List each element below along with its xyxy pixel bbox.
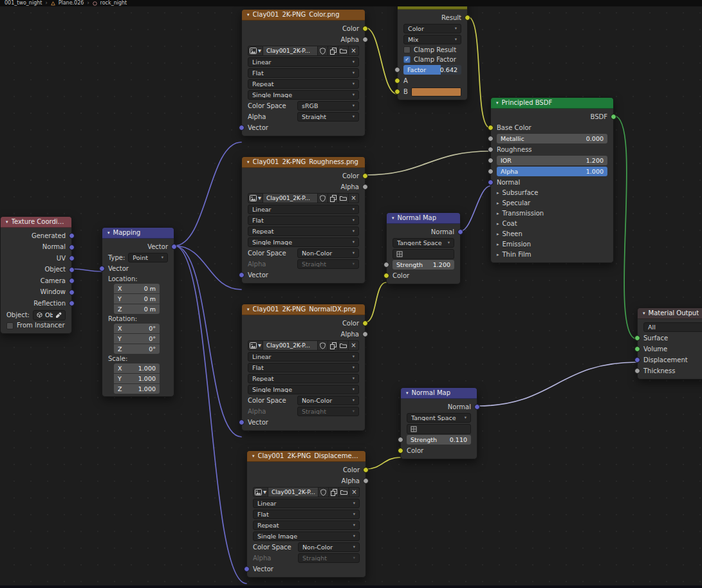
socket-alpha-output[interactable] bbox=[362, 331, 368, 337]
clamp-factor-checkbox[interactable]: ✓ bbox=[403, 56, 411, 63]
unlink-button[interactable]: × bbox=[349, 46, 359, 56]
clamp-result-checkbox[interactable] bbox=[403, 46, 411, 53]
socket-normal-output[interactable] bbox=[69, 244, 75, 250]
chevron-down-icon[interactable]: ▾ bbox=[6, 220, 8, 225]
alpha-slider[interactable]: Alpha 1.000 bbox=[497, 167, 607, 176]
socket-reflection-output[interactable] bbox=[69, 300, 75, 306]
rotation-y-slider[interactable]: Y0° bbox=[114, 334, 160, 344]
source-dropdown[interactable]: Single Image▾ bbox=[253, 531, 360, 541]
copy-button[interactable] bbox=[328, 340, 338, 351]
panel-coat[interactable]: ▸ Coat bbox=[491, 219, 613, 229]
location-y-slider[interactable]: Y0 m bbox=[114, 294, 160, 304]
eyedropper-icon[interactable] bbox=[55, 312, 62, 318]
socket-uv-output[interactable] bbox=[69, 255, 75, 261]
node-image-texture-displacement[interactable]: ▾ Clay001_2K-PNG_Displacement.png Color … bbox=[246, 450, 366, 578]
breadcrumb-material[interactable]: rock_night bbox=[100, 1, 127, 6]
node-header[interactable]: ▾ Texture Coordinate bbox=[1, 217, 71, 228]
node-image-texture-normaldx[interactable]: ▾ Clay001_2K-PNG_NormalDX.png Color Alph… bbox=[241, 304, 365, 431]
data-type-dropdown[interactable]: Color▾ bbox=[403, 24, 461, 33]
image-browse-button[interactable]: ▾ bbox=[248, 46, 263, 56]
chevron-down-icon[interactable]: ▾ bbox=[247, 13, 250, 17]
socket-color-input[interactable] bbox=[398, 448, 403, 454]
colorspace-dropdown[interactable]: Non-Color▾ bbox=[297, 396, 359, 405]
node-header[interactable]: ▾ Material Output bbox=[638, 308, 702, 319]
socket-color-output[interactable] bbox=[363, 467, 369, 473]
node-header[interactable]: ▾ Clay001_2K-PNG_Color.png bbox=[242, 10, 365, 21]
socket-alpha-output[interactable] bbox=[362, 184, 368, 190]
projection-dropdown[interactable]: Flat▾ bbox=[253, 510, 360, 519]
panel-subsurface[interactable]: ▸ Subsurface bbox=[491, 188, 613, 198]
panel-sheen[interactable]: ▸ Sheen bbox=[491, 229, 613, 239]
node-image-texture-color[interactable]: ▾ Clay001_2K-PNG_Color.png Color Alpha ▾… bbox=[241, 9, 365, 136]
scale-x-slider[interactable]: X1.000 bbox=[114, 363, 160, 373]
image-name-field[interactable]: Clay001_2K-P... bbox=[263, 46, 318, 56]
fake-user-button[interactable] bbox=[318, 340, 328, 351]
socket-surface-input[interactable] bbox=[634, 335, 640, 341]
image-browse-button[interactable]: ▾ bbox=[248, 340, 263, 351]
unlink-button[interactable]: × bbox=[349, 487, 360, 497]
socket-result-output[interactable] bbox=[465, 15, 470, 21]
image-name-field[interactable]: Clay001_2K-P... bbox=[268, 487, 319, 497]
socket-vector-output[interactable] bbox=[171, 244, 177, 250]
fake-user-button[interactable] bbox=[318, 46, 328, 56]
socket-roughness-input[interactable] bbox=[488, 147, 494, 152]
strength-slider[interactable]: Strength 0.110 bbox=[407, 435, 471, 445]
metallic-slider[interactable]: Metallic 0.000 bbox=[497, 134, 607, 143]
projection-dropdown[interactable]: Flat▾ bbox=[248, 216, 359, 225]
socket-b-input[interactable] bbox=[394, 89, 400, 95]
fake-user-button[interactable] bbox=[319, 487, 329, 497]
image-name-field[interactable]: Clay001_2K-P... bbox=[263, 340, 318, 351]
image-name-field[interactable]: Clay001_2K-P... bbox=[263, 193, 318, 203]
node-texture-coordinate[interactable]: ▾ Texture Coordinate Generated Normal UV… bbox=[0, 216, 72, 334]
socket-vector-input[interactable] bbox=[239, 272, 245, 278]
scale-y-slider[interactable]: Y1.000 bbox=[114, 374, 160, 383]
socket-object-output[interactable] bbox=[69, 267, 75, 273]
ior-slider[interactable]: IOR 1.200 bbox=[497, 156, 607, 165]
interpolation-dropdown[interactable]: Linear▾ bbox=[248, 352, 359, 362]
socket-ior-input[interactable] bbox=[488, 158, 494, 163]
socket-normal-output[interactable] bbox=[457, 229, 463, 235]
breadcrumb-scene[interactable]: 001_two_night bbox=[5, 1, 42, 6]
chevron-down-icon[interactable]: ▾ bbox=[247, 160, 250, 165]
alpha-mode-dropdown[interactable]: Straight▾ bbox=[298, 553, 360, 563]
factor-slider[interactable]: Factor 0.642 bbox=[403, 65, 461, 75]
source-dropdown[interactable]: Single Image▾ bbox=[248, 90, 359, 100]
socket-strength-input[interactable] bbox=[383, 262, 389, 268]
chevron-down-icon[interactable]: ▾ bbox=[406, 391, 409, 396]
socket-color-input[interactable] bbox=[383, 273, 389, 279]
unlink-button[interactable]: × bbox=[349, 193, 359, 203]
copy-button[interactable] bbox=[329, 487, 339, 497]
node-header[interactable]: ▾ Normal Map bbox=[387, 213, 460, 224]
open-image-button[interactable] bbox=[338, 340, 349, 351]
projection-dropdown[interactable]: Flat▾ bbox=[248, 68, 359, 78]
open-image-button[interactable] bbox=[338, 193, 349, 203]
extension-dropdown[interactable]: Repeat▾ bbox=[248, 226, 359, 236]
open-image-button[interactable] bbox=[338, 46, 349, 56]
copy-button[interactable] bbox=[328, 193, 338, 203]
alpha-mode-dropdown[interactable]: Straight▾ bbox=[297, 259, 359, 269]
socket-vector-input[interactable] bbox=[239, 419, 245, 425]
interpolation-dropdown[interactable]: Linear▾ bbox=[248, 57, 359, 67]
blend-mode-dropdown[interactable]: Mix▾ bbox=[403, 35, 461, 44]
extension-dropdown[interactable]: Repeat▾ bbox=[248, 79, 359, 89]
source-dropdown[interactable]: Single Image▾ bbox=[248, 237, 359, 247]
node-normal-map-2[interactable]: ▾ Normal Map Normal Tangent Space▾ Stren… bbox=[400, 387, 477, 459]
strength-slider[interactable]: Strength 1.200 bbox=[393, 260, 454, 270]
panel-emission[interactable]: ▸ Emission bbox=[491, 239, 613, 250]
colorspace-dropdown[interactable]: Non-Color▾ bbox=[298, 542, 360, 552]
node-material-output[interactable]: ▾ Material Output All Surface Volume Dis… bbox=[637, 308, 702, 380]
uv-map-field[interactable] bbox=[393, 249, 454, 259]
node-header[interactable]: ▾ Principled BSDF bbox=[491, 98, 613, 109]
socket-displacement-input[interactable] bbox=[634, 357, 640, 363]
node-mapping[interactable]: ▾ Mapping Vector Type: Point ▾ Vector Lo… bbox=[102, 227, 174, 397]
alpha-mode-dropdown[interactable]: Straight▾ bbox=[297, 112, 359, 122]
fake-user-button[interactable] bbox=[318, 193, 328, 203]
socket-factor-input[interactable] bbox=[394, 67, 400, 73]
colorspace-dropdown[interactable]: Non-Color▾ bbox=[297, 248, 359, 258]
socket-vector-input[interactable] bbox=[239, 125, 245, 131]
projection-dropdown[interactable]: Flat▾ bbox=[248, 363, 359, 372]
socket-alpha-input[interactable] bbox=[488, 169, 494, 174]
socket-thickness-input[interactable] bbox=[634, 368, 640, 374]
node-mix[interactable]: ▾ Mix Result Color▾ Mix▾ Clamp Result ✓ … bbox=[397, 0, 468, 100]
rotation-z-slider[interactable]: Z0° bbox=[114, 344, 160, 354]
